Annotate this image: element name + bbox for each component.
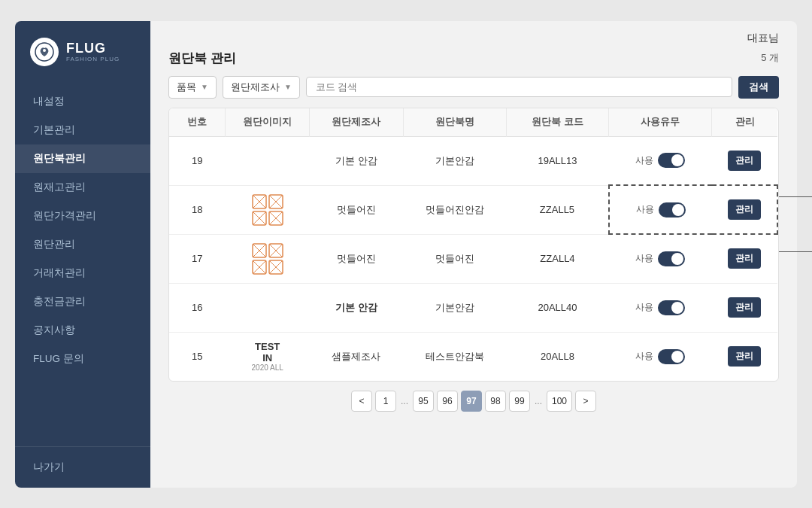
sidebar-item-fabricbook[interactable]: 원단북관리 xyxy=(15,144,150,173)
toggle-label: 사용 xyxy=(635,154,653,167)
th-image: 원단이미지 xyxy=(226,108,310,137)
table-row: 18 xyxy=(169,185,777,234)
cell-image: TEST IN 2020 ALL xyxy=(226,332,310,381)
manage-button[interactable]: 관리 xyxy=(728,346,761,367)
cell-code: 20ALL40 xyxy=(506,283,609,332)
ellipsis-left: ... xyxy=(399,396,410,406)
item-filter-arrow: ▼ xyxy=(201,83,208,91)
sidebar-nav: 내설정 기본관리 원단북관리 원재고관리 원단가격관리 원단관리 거래처관리 충… xyxy=(15,80,150,446)
cell-no: 19 xyxy=(169,136,226,185)
cell-mfr: 기본 안감 xyxy=(310,283,403,332)
cell-no: 16 xyxy=(169,283,226,332)
sidebar-item-charge[interactable]: 충전금관리 xyxy=(15,287,150,316)
fabric-image-none xyxy=(251,291,284,324)
logo-area: FLUG FASHION PLUG xyxy=(15,21,150,80)
cell-use: 사용 xyxy=(609,332,712,381)
sidebar-item-notice[interactable]: 공지사항 xyxy=(15,316,150,345)
logo-subtitle: FASHION PLUG xyxy=(66,56,120,62)
page-area: 원단북 관리 5 개 품목 ▼ 원단제조사 ▼ 검색 xyxy=(150,50,797,488)
th-mgmt: 관리 xyxy=(712,108,777,137)
sidebar-item-inquiry[interactable]: FLUG 문의 xyxy=(15,345,150,373)
page-1-button[interactable]: 1 xyxy=(375,391,396,412)
user-label: 대표님 xyxy=(747,32,779,45)
item-filter-label: 품목 xyxy=(177,81,196,94)
logo-title: FLUG xyxy=(66,41,120,55)
annotation xyxy=(779,196,812,252)
cell-no: 17 xyxy=(169,234,226,283)
logout-button[interactable]: 나가기 xyxy=(33,461,132,474)
sidebar-item-basic[interactable]: 기본관리 xyxy=(15,116,150,144)
search-button[interactable]: 검색 xyxy=(738,76,779,99)
manage-button[interactable]: 관리 xyxy=(728,151,761,171)
table-wrapper: 번호 원단이미지 원단제조사 원단북명 원단북 코드 사용유무 관리 xyxy=(168,108,779,382)
cell-name: 기본안감 xyxy=(403,283,506,332)
search-input[interactable] xyxy=(306,77,732,97)
sidebar-item-fabricprice[interactable]: 원단가격관리 xyxy=(15,202,150,230)
cell-use: 사용 xyxy=(609,283,712,332)
th-use: 사용유무 xyxy=(609,108,712,137)
sidebar-item-settings[interactable]: 내설정 xyxy=(15,87,150,116)
fabric-image-pattern xyxy=(251,242,284,275)
cell-code: 20ALL8 xyxy=(506,332,609,381)
cell-mfr: 멋들어진 xyxy=(310,234,403,283)
next-button[interactable]: > xyxy=(575,391,596,412)
prev-button[interactable]: < xyxy=(351,391,372,412)
cell-no: 18 xyxy=(169,185,226,234)
page-title: 원단북 관리 xyxy=(168,50,236,67)
page-96-button[interactable]: 96 xyxy=(437,391,458,412)
page-98-button[interactable]: 98 xyxy=(485,391,506,412)
sidebar-item-fabric[interactable]: 원단관리 xyxy=(15,230,150,259)
cell-code: ZZALL5 xyxy=(506,185,609,234)
page-header: 원단북 관리 5 개 xyxy=(168,50,779,67)
annotation-line-2 xyxy=(779,251,812,252)
cell-code: 19ALL13 xyxy=(506,136,609,185)
manage-button[interactable]: 관리 xyxy=(728,248,761,269)
sidebar-bottom: 나가기 xyxy=(15,446,150,488)
data-table: 번호 원단이미지 원단제조사 원단북명 원단북 코드 사용유무 관리 xyxy=(169,108,778,381)
cell-code: ZZALL4 xyxy=(506,234,609,283)
toggle-wrap: 사용 xyxy=(616,202,706,217)
manage-button[interactable]: 관리 xyxy=(728,199,761,220)
sidebar-item-trade[interactable]: 거래처관리 xyxy=(15,259,150,287)
filter-bar: 품목 ▼ 원단제조사 ▼ 검색 xyxy=(168,76,779,99)
annotation-line-1 xyxy=(779,196,812,197)
table-row: 17 xyxy=(169,234,777,283)
fabric-image-none xyxy=(251,144,284,178)
cell-name: 멋들어진 xyxy=(403,234,506,283)
table-row: 19 기본 안감 기본안감 19ALL13 사용 xyxy=(169,136,777,185)
page-100-button[interactable]: 100 xyxy=(547,391,572,412)
mfr-filter[interactable]: 원단제조사 ▼ xyxy=(223,76,300,99)
manage-button[interactable]: 관리 xyxy=(728,297,761,318)
cell-mgmt: 관리 xyxy=(712,332,777,381)
page-95-button[interactable]: 95 xyxy=(413,391,434,412)
item-filter[interactable]: 품목 ▼ xyxy=(168,76,217,99)
cell-mgmt: 관리 xyxy=(712,234,777,283)
toggle-wrap: 사용 xyxy=(615,153,706,168)
toggle-label: 사용 xyxy=(635,301,653,314)
pagination: < 1 ... 95 96 97 98 99 ... 100 > xyxy=(168,391,779,412)
table-header-row: 번호 원단이미지 원단제조사 원단북명 원단북 코드 사용유무 관리 xyxy=(169,108,777,137)
use-toggle[interactable] xyxy=(658,300,685,315)
table-outer: 번호 원단이미지 원단제조사 원단북명 원단북 코드 사용유무 관리 xyxy=(168,108,779,382)
sidebar-item-rawstock[interactable]: 원재고관리 xyxy=(15,173,150,202)
logo-text: FLUG FASHION PLUG xyxy=(66,41,120,62)
use-toggle[interactable] xyxy=(658,251,685,266)
toggle-wrap: 사용 xyxy=(615,300,706,315)
logo-icon xyxy=(30,38,59,66)
mfr-filter-arrow: ▼ xyxy=(284,83,292,91)
use-toggle[interactable] xyxy=(659,202,686,217)
toggle-label: 사용 xyxy=(636,203,654,216)
th-no: 번호 xyxy=(169,108,226,137)
use-toggle[interactable] xyxy=(658,153,685,168)
toggle-wrap: 사용 xyxy=(615,251,706,266)
page-count: 5 개 xyxy=(761,51,779,65)
use-toggle[interactable] xyxy=(658,349,685,364)
test-in-label: TEST IN xyxy=(251,341,284,364)
page-97-button[interactable]: 97 xyxy=(461,391,482,412)
page-99-button[interactable]: 99 xyxy=(509,391,530,412)
toggle-label: 사용 xyxy=(635,350,653,363)
th-mfr: 원단제조사 xyxy=(310,108,403,137)
cell-name: 멋들어진안감 xyxy=(403,185,506,234)
cell-image xyxy=(226,185,310,234)
cell-image xyxy=(226,283,310,332)
